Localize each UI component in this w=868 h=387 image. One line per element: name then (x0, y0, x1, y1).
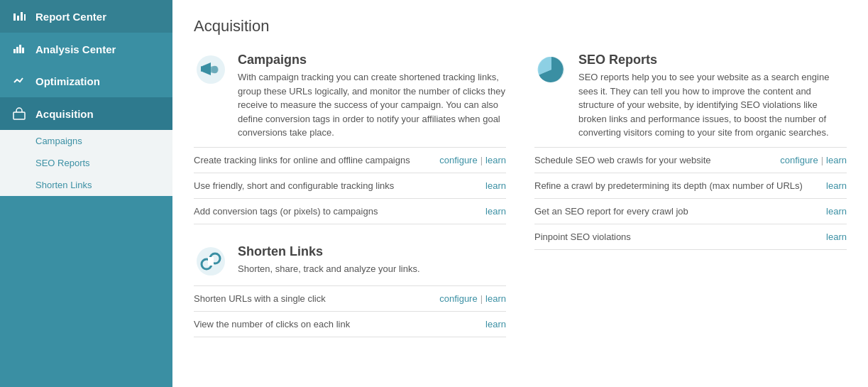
campaigns-desc: With campaign tracking you can create sh… (238, 70, 506, 140)
feature-text: Add conversion tags (or pixels) to campa… (194, 206, 485, 217)
svg-rect-7 (22, 48, 24, 53)
feature-links: learn (826, 231, 847, 242)
feature-row: Add conversion tags (or pixels) to campa… (194, 199, 506, 224)
campaigns-header: Campaigns With campaign tracking you can… (194, 53, 506, 140)
sidebar-item-label: Analysis Center (35, 43, 116, 55)
shorten-links-icon (194, 244, 228, 278)
seo-reports-header: SEO Reports SEO reports help you to see … (534, 53, 847, 140)
feature-row: Pinpoint SEO violations learn (534, 224, 847, 250)
svg-point-11 (211, 66, 219, 73)
configure-link[interactable]: configure (439, 155, 477, 165)
feature-row: Get an SEO report for every crawl job le… (534, 199, 847, 224)
seo-reports-icon (534, 53, 568, 87)
svg-rect-4 (13, 49, 16, 53)
seo-reports-section: SEO Reports SEO reports help you to see … (534, 53, 847, 250)
acquisition-icon (13, 107, 27, 120)
learn-link[interactable]: learn (485, 293, 506, 304)
feature-links: learn (485, 319, 506, 329)
sidebar-item-label: Report Center (35, 11, 106, 23)
sidebar-item-report-center[interactable]: Report Center (0, 0, 172, 33)
sidebar-item-optimization[interactable]: Optimization (0, 65, 172, 97)
feature-links: learn (826, 206, 847, 217)
sidebar-subitem-campaigns[interactable]: Campaigns (0, 130, 172, 152)
sidebar-subitem-seo-reports[interactable]: SEO Reports (0, 152, 172, 174)
feature-row: Use friendly, short and configurable tra… (194, 173, 506, 199)
feature-links: learn (826, 180, 847, 191)
feature-links: learn (485, 206, 506, 217)
feature-links: configure | learn (439, 293, 506, 304)
separator: | (821, 155, 823, 165)
analysis-center-icon (13, 43, 27, 55)
sidebar-item-label: Optimization (35, 75, 100, 87)
feature-row: View the number of clicks on each link l… (194, 312, 506, 337)
svg-rect-0 (13, 13, 16, 21)
learn-link[interactable]: learn (826, 231, 847, 242)
svg-rect-10 (201, 66, 202, 72)
feature-text: Pinpoint SEO violations (534, 231, 826, 242)
page-title: Acquisition (194, 17, 847, 36)
separator: | (480, 155, 483, 165)
seo-reports-features: Schedule SEO web crawls for your website… (534, 147, 847, 250)
campaigns-title: Campaigns (238, 53, 506, 67)
sidebar-item-label: Acquisition (35, 108, 94, 120)
svg-rect-3 (24, 14, 26, 21)
svg-rect-2 (21, 12, 23, 21)
shorten-links-title: Shorten Links (238, 244, 420, 259)
separator: | (480, 293, 483, 304)
configure-link[interactable]: configure (780, 155, 818, 165)
feature-text: Create tracking links for online and off… (194, 155, 439, 165)
feature-links: learn (485, 180, 506, 191)
main-content: Acquisition (172, 0, 868, 387)
feature-row: Create tracking links for online and off… (194, 148, 506, 173)
svg-rect-15 (208, 257, 214, 266)
campaigns-section: Campaigns With campaign tracking you can… (194, 53, 506, 224)
learn-link[interactable]: learn (826, 155, 847, 165)
feature-text: View the number of clicks on each link (194, 319, 485, 329)
learn-link[interactable]: learn (485, 206, 506, 217)
feature-links: configure | learn (439, 155, 506, 165)
sidebar-item-analysis-center[interactable]: Analysis Center (0, 33, 172, 65)
shorten-links-features: Shorten URLs with a single click configu… (194, 285, 506, 337)
learn-link[interactable]: learn (485, 319, 506, 329)
configure-link[interactable]: configure (439, 293, 477, 304)
shorten-links-desc: Shorten, share, track and analyze your l… (238, 262, 420, 276)
campaigns-icon (194, 53, 228, 87)
learn-link[interactable]: learn (485, 180, 506, 191)
seo-reports-desc: SEO reports help you to see your website… (578, 70, 847, 140)
sidebar-subitems: Campaigns SEO Reports Shorten Links (0, 130, 172, 196)
feature-text: Shorten URLs with a single click (194, 293, 439, 304)
optimization-icon (13, 76, 27, 87)
sidebar-item-acquisition[interactable]: Acquisition (0, 97, 172, 130)
shorten-links-header-text: Shorten Links Shorten, share, track and … (238, 244, 420, 276)
feature-row: Schedule SEO web crawls for your website… (534, 148, 847, 173)
feature-text: Schedule SEO web crawls for your website (534, 155, 780, 165)
right-column: SEO Reports SEO reports help you to see … (534, 53, 847, 357)
learn-link[interactable]: learn (485, 155, 506, 165)
report-center-icon (13, 10, 27, 23)
feature-text: Use friendly, short and configurable tra… (194, 180, 485, 191)
sidebar: Report Center Analysis Center Optimizati… (0, 0, 172, 387)
shorten-links-section: Shorten Links Shorten, share, track and … (194, 244, 506, 337)
learn-link[interactable]: learn (826, 180, 847, 191)
feature-row: Refine a crawl by predetermining its dep… (534, 173, 847, 199)
feature-row: Shorten URLs with a single click configu… (194, 286, 506, 312)
svg-rect-8 (13, 112, 25, 119)
left-column: Campaigns With campaign tracking you can… (194, 53, 506, 357)
seo-reports-title: SEO Reports (578, 53, 847, 67)
sidebar-subitem-shorten-links[interactable]: Shorten Links (0, 174, 172, 196)
feature-text: Get an SEO report for every crawl job (534, 206, 826, 217)
shorten-links-header: Shorten Links Shorten, share, track and … (194, 244, 506, 278)
campaigns-header-text: Campaigns With campaign tracking you can… (238, 53, 506, 140)
learn-link[interactable]: learn (826, 206, 847, 217)
svg-rect-1 (17, 16, 19, 21)
campaigns-features: Create tracking links for online and off… (194, 147, 506, 224)
svg-rect-5 (16, 47, 18, 53)
feature-links: configure | learn (780, 155, 847, 165)
seo-reports-header-text: SEO Reports SEO reports help you to see … (578, 53, 847, 140)
feature-text: Refine a crawl by predetermining its dep… (534, 180, 826, 191)
svg-rect-6 (19, 45, 21, 53)
columns: Campaigns With campaign tracking you can… (194, 53, 847, 357)
